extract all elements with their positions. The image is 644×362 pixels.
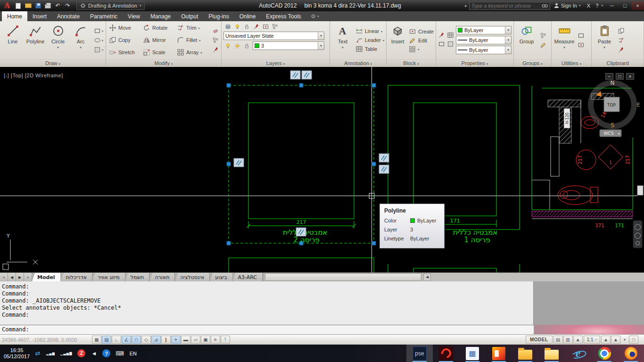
polyline-button[interactable]: Polyline	[25, 22, 46, 58]
array-flyout-arrow-icon[interactable]: ▾	[200, 51, 202, 54]
clean-screen-button[interactable]: □	[629, 336, 638, 344]
group-button[interactable]: Group	[516, 22, 537, 58]
search-icon[interactable]	[542, 3, 548, 8]
move-button[interactable]: Move	[108, 22, 142, 34]
annotation-panel-label[interactable]: Annotation ▾	[330, 59, 386, 67]
ribbon-tab[interactable]: Parametric	[85, 11, 123, 21]
model-space-icon[interactable]: ▤	[553, 336, 563, 344]
linear-dimension-button[interactable]: Linear▾	[355, 27, 384, 35]
block-flyout-arrow-icon[interactable]: ▾	[418, 48, 419, 51]
layout-tab[interactable]: תאורה	[149, 273, 175, 281]
ortho-toggle[interactable]: ∟	[112, 336, 121, 344]
osnap-toggle[interactable]: □	[132, 336, 141, 344]
infocenter-arrow-icon[interactable]: ▸	[463, 3, 469, 8]
trim-flyout-arrow-icon[interactable]: ▾	[198, 26, 200, 30]
exchange-apps-icon[interactable]: X	[584, 3, 593, 8]
linetype-dropdown[interactable]: ByLayer▾	[456, 36, 512, 44]
ribbon-tab[interactable]: View	[123, 11, 145, 21]
scroll-left-button[interactable]: ◀	[423, 273, 431, 281]
wcs-menu[interactable]: WCS	[604, 131, 614, 136]
close-button[interactable]: ×	[631, 1, 644, 10]
layout-tab[interactable]: A3-ARC	[233, 273, 263, 281]
new-file-icon[interactable]	[13, 1, 23, 10]
lower-rooms[interactable]	[229, 258, 520, 272]
layer-lock-icon[interactable]	[243, 23, 250, 30]
ribbon-tab[interactable]: Manage	[145, 11, 176, 21]
block-attributes-icon[interactable]	[409, 46, 416, 53]
ducs-toggle[interactable]: ∥	[161, 336, 171, 344]
arc-button[interactable]: Arc▾	[70, 22, 91, 58]
minimize-button[interactable]: ─	[606, 1, 619, 10]
cut-clip-icon[interactable]	[618, 37, 625, 44]
fillet-flyout-arrow-icon[interactable]: ▾	[199, 39, 200, 42]
dropdown-arrow-icon[interactable]: ▾	[318, 32, 324, 40]
drawing-area[interactable]: 217 171 אמבטיה כללית פריסה 2 אמבטיה כללי…	[0, 67, 644, 272]
linear-flyout-arrow-icon[interactable]: ▾	[381, 30, 382, 33]
osnap3d-toggle[interactable]: ◇	[141, 336, 151, 344]
circle-button[interactable]: Circle▾	[47, 22, 69, 58]
viewport-minimize-button[interactable]: −	[605, 73, 613, 80]
taskbar-clock[interactable]: 16:35 05/12/2017	[0, 347, 34, 360]
ribbon-cycle-arrow-icon[interactable]: ▾	[317, 15, 319, 18]
dropdown-arrow-icon[interactable]: ▾	[505, 36, 511, 44]
taskbar-app-calculator[interactable]: ▦	[459, 345, 486, 362]
quick-select-icon[interactable]	[578, 32, 585, 39]
taskbar-app-firefox[interactable]	[618, 345, 644, 362]
list-icon[interactable]	[438, 41, 445, 48]
horizontal-scrollbar[interactable]: ◀	[264, 273, 644, 281]
copy-button[interactable]: Copy	[108, 34, 142, 46]
object-color-dropdown[interactable]: ByLayer▾	[456, 26, 512, 34]
utilities-panel-label[interactable]: Utilities ▾	[552, 59, 591, 67]
ribbon-tab[interactable]: Output	[176, 11, 203, 21]
dyn-toggle[interactable]: +	[171, 336, 181, 344]
erase-icon[interactable]	[212, 27, 219, 34]
layer-match-icon[interactable]	[253, 23, 260, 30]
trim-button[interactable]: Trim▾	[176, 22, 210, 34]
layers-panel-label[interactable]: Layers ▾	[222, 59, 330, 67]
layer-on-icon[interactable]	[224, 42, 231, 49]
canvas-scrollbar-thumb[interactable]	[637, 186, 643, 195]
text-flyout-arrow-icon[interactable]: ▾	[342, 46, 344, 49]
sign-in-button[interactable]: Sign In ▾	[554, 3, 581, 8]
layer-state-dropdown[interactable]: Unsaved Layer State ▾	[223, 32, 324, 40]
dimension-left[interactable]: 217	[247, 219, 356, 229]
layout-tab[interactable]: חשמל	[125, 273, 150, 281]
layout-tab[interactable]: Model	[32, 273, 61, 281]
search-box[interactable]	[469, 2, 550, 10]
polar-toggle[interactable]: ∠	[122, 336, 131, 344]
annotation-visibility-icon[interactable]: ▲	[601, 336, 611, 344]
taskbar-app-internet-explorer[interactable]: e	[565, 345, 591, 362]
leader-flyout-arrow-icon[interactable]: ▾	[383, 39, 384, 42]
ribbon-tab[interactable]: Insert	[27, 11, 52, 21]
taskbar-app-acrobat[interactable]	[433, 345, 459, 362]
help-icon[interactable]: ?	[102, 349, 110, 357]
hatch-icon[interactable]	[94, 46, 101, 53]
autocad-app-button[interactable]: A	[1, 0, 13, 11]
copy-clip-icon[interactable]	[618, 27, 625, 34]
properties-palette-icon[interactable]	[447, 32, 454, 39]
id-point-icon[interactable]	[578, 41, 585, 49]
layout-tab[interactable]: אינסטלציה	[175, 273, 210, 281]
group-edit-icon[interactable]	[540, 41, 547, 49]
insert-block-button[interactable]: Insert	[388, 22, 407, 58]
redo-icon[interactable]: ↷	[63, 1, 73, 10]
horizontal-scrollbar-thumb[interactable]	[265, 273, 421, 281]
language-indicator[interactable]: EN	[130, 351, 137, 356]
taskbar-app-photoshop-elements[interactable]: pse	[406, 345, 433, 362]
ungroup-icon[interactable]	[540, 32, 547, 39]
properties-panel-label[interactable]: Properties ▾	[436, 59, 513, 67]
taskbar-app-chrome[interactable]	[591, 345, 618, 362]
transparency-icon[interactable]	[447, 41, 454, 48]
explode-icon[interactable]	[212, 37, 219, 44]
ellipse-icon[interactable]	[94, 37, 101, 44]
circle-flyout-arrow-icon[interactable]: ▾	[57, 46, 59, 49]
paste-button[interactable]: Paste▾	[594, 22, 615, 58]
workspace-selector[interactable]: Drafting & Annotation ▾	[76, 1, 145, 10]
annotation-scale-icon[interactable]: ▲	[573, 336, 583, 344]
leader-button[interactable]: Leader▾	[355, 36, 384, 44]
ribbon-tab[interactable]: Home	[2, 11, 27, 21]
layer-isolate-icon[interactable]	[262, 23, 269, 30]
layer-unisolate-icon[interactable]	[272, 23, 279, 30]
command-input[interactable]: Command:	[0, 325, 534, 334]
signal-icon[interactable]: ▁▃▅▇	[60, 349, 73, 357]
